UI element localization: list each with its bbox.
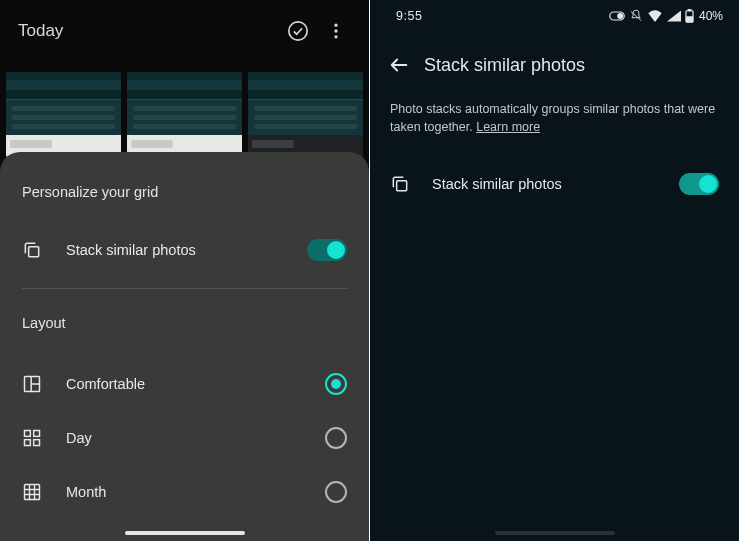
layout-option-label: Comfortable [66, 376, 325, 392]
status-time: 9:55 [386, 9, 609, 23]
photo-thumbnail[interactable] [248, 72, 363, 157]
battery-icon [685, 9, 694, 23]
personalize-bottom-sheet: Personalize your grid Stack similar phot… [0, 152, 369, 541]
stack-similar-photos-setting[interactable]: Stack similar photos [370, 156, 739, 212]
radio-unselected[interactable] [325, 427, 347, 449]
nav-handle[interactable] [125, 531, 245, 535]
status-bar: 9:55 40% [370, 0, 739, 32]
layout-option-day[interactable]: Day [0, 411, 369, 465]
svg-rect-4 [29, 247, 39, 257]
left-header: Today [0, 0, 369, 62]
svg-rect-14 [688, 9, 691, 10]
photo-thumbnails-row [0, 62, 369, 157]
signal-icon [667, 10, 681, 22]
screen-left: Today Personal [0, 0, 369, 541]
svg-rect-10 [25, 485, 40, 500]
svg-rect-8 [25, 440, 31, 446]
svg-rect-15 [686, 17, 692, 22]
wifi-icon [647, 10, 663, 22]
dnd-icon [609, 11, 625, 21]
select-mode-icon[interactable] [279, 12, 317, 50]
photo-thumbnail[interactable] [6, 72, 121, 157]
svg-rect-9 [34, 440, 40, 446]
day-icon [22, 428, 48, 448]
svg-rect-7 [34, 431, 40, 437]
status-icons: 40% [609, 9, 723, 23]
photo-thumbnail[interactable] [127, 72, 242, 157]
svg-point-1 [334, 24, 337, 27]
settings-title: Stack similar photos [424, 55, 585, 76]
description-text: Photo stacks automatically groups simila… [390, 102, 715, 134]
nav-handle[interactable] [495, 531, 615, 535]
screen-right: 9:55 40% Stack similar photos Photo stac… [370, 0, 739, 541]
radio-selected[interactable] [325, 373, 347, 395]
svg-point-0 [289, 22, 307, 40]
comfortable-icon [22, 374, 48, 394]
month-icon [22, 482, 48, 502]
learn-more-link[interactable]: Learn more [476, 120, 540, 134]
personalize-heading: Personalize your grid [0, 184, 369, 224]
stack-photos-toggle[interactable] [307, 239, 347, 261]
radio-unselected[interactable] [325, 481, 347, 503]
battery-percent: 40% [699, 9, 723, 23]
svg-rect-16 [397, 181, 407, 191]
divider [22, 288, 347, 289]
layout-option-label: Day [66, 430, 325, 446]
back-button[interactable] [388, 54, 418, 76]
svg-point-12 [618, 14, 623, 19]
stack-photos-label: Stack similar photos [66, 242, 307, 258]
layout-option-label: Month [66, 484, 325, 500]
svg-rect-6 [25, 431, 31, 437]
layout-option-comfortable[interactable]: Comfortable [0, 357, 369, 411]
svg-point-3 [334, 35, 337, 38]
page-title: Today [18, 21, 279, 41]
layout-heading: Layout [0, 299, 369, 357]
settings-description: Photo stacks automatically groups simila… [370, 100, 739, 136]
stack-icon [22, 240, 48, 260]
setting-label: Stack similar photos [432, 176, 679, 192]
settings-header: Stack similar photos [370, 32, 739, 100]
layout-option-month[interactable]: Month [0, 465, 369, 519]
stack-photos-row[interactable]: Stack similar photos [0, 224, 369, 276]
vibrate-icon [629, 9, 643, 23]
stack-toggle[interactable] [679, 173, 719, 195]
more-options-icon[interactable] [317, 12, 355, 50]
svg-point-2 [334, 29, 337, 32]
stack-icon [390, 174, 416, 194]
